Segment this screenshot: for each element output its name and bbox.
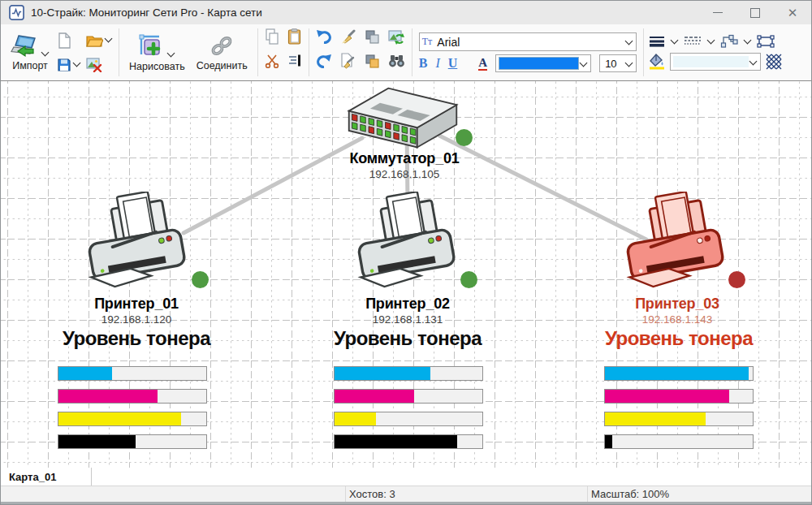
statusbar-scale: Масштаб: 100% (588, 486, 811, 502)
printer1-node-icon[interactable] (82, 192, 192, 297)
status-bar: Хостов: 3 Масштаб: 100% (1, 486, 811, 502)
new-map-button[interactable] (57, 32, 81, 49)
toolbar-separator (309, 28, 309, 76)
send-backward-button[interactable] (365, 54, 380, 72)
font-color-select[interactable] (495, 54, 591, 72)
font-tt-icon: Tт (422, 36, 433, 48)
app-window: 10-Страйк: Мониторинг Сети Pro - Карта с… (0, 0, 812, 505)
window-bottom-edge (1, 502, 811, 505)
printer3-name-label[interactable]: Принтер_03 (580, 296, 775, 313)
connect-button[interactable]: Соединить (192, 32, 252, 73)
switch-status-dot (456, 129, 473, 146)
draw-dropdown-chevron[interactable] (167, 49, 175, 57)
copy-icon (265, 28, 279, 45)
cut-scissors-icon (265, 54, 279, 68)
title-bar: 10-Страйк: Мониторинг Сети Pro - Карта с… (1, 1, 811, 24)
italic-button[interactable]: I (435, 57, 439, 70)
clear-style-button[interactable] (340, 29, 356, 48)
arrange-lines-icon (287, 54, 302, 68)
undo-button[interactable] (316, 29, 332, 48)
fill-color-swatch (673, 56, 749, 67)
font-size-chevron[interactable] (625, 58, 633, 67)
maximize-button[interactable] (736, 1, 774, 24)
printer1-ip-label: 192.168.1.120 (39, 313, 234, 326)
font-family-chevron[interactable] (624, 37, 633, 45)
toner-bar-yellow (58, 412, 207, 426)
bring-forward-button[interactable] (365, 29, 380, 48)
map-tab-bar: Карта_01 (1, 468, 811, 486)
bold-button[interactable]: B (419, 57, 428, 70)
draw-icon (138, 33, 164, 59)
toolbar-separator (257, 28, 258, 76)
printer3-ip-label: 192.168.1.143 (580, 313, 775, 326)
fill-color-select[interactable] (670, 53, 761, 71)
printer1-name-label[interactable]: Принтер_01 (39, 296, 234, 313)
font-family-value: Arial (432, 36, 624, 49)
line-width-icon[interactable] (649, 36, 665, 47)
hatch-pattern-icon[interactable] (766, 54, 782, 70)
fill-bucket-icon[interactable] (649, 54, 665, 70)
copy-button[interactable] (265, 28, 279, 48)
line-style-icon[interactable] (684, 36, 702, 47)
printer1-status-dot (192, 271, 209, 288)
app-logo-icon (9, 5, 24, 20)
open-folder-icon (86, 33, 103, 48)
printer2-name-label[interactable]: Принтер_02 (310, 296, 505, 313)
bring-forward-icon (365, 29, 380, 45)
statusbar-hosts: Хостов: 3 (346, 486, 588, 502)
printer2-toner-title: Уровень тонера (302, 327, 513, 350)
line-style-chevron[interactable] (707, 36, 715, 44)
redo-button[interactable] (316, 54, 332, 72)
import-button-label: Импорт (12, 60, 48, 71)
toner-bar-cyan (334, 366, 483, 381)
toner-bar-yellow (604, 412, 754, 426)
open-dropdown-chevron[interactable] (105, 35, 113, 43)
refresh-map-button[interactable] (388, 29, 404, 48)
delete-map-button[interactable] (86, 58, 113, 72)
page-brush-icon (340, 53, 356, 69)
copy-style-button[interactable] (340, 53, 356, 72)
import-dropdown-chevron[interactable] (41, 48, 50, 56)
close-button[interactable]: ✕ (774, 1, 811, 24)
printer2-node-icon[interactable] (352, 192, 461, 297)
connector-type-icon[interactable] (720, 34, 738, 49)
window-title: 10-Страйк: Мониторинг Сети Pro - Карта с… (31, 6, 699, 19)
fill-color-chevron[interactable] (749, 57, 758, 65)
font-size-select[interactable]: 10 (599, 54, 637, 72)
printer3-toner-title: Уровень тонера (573, 327, 784, 350)
delete-map-icon (86, 58, 102, 72)
save-floppy-icon (57, 58, 71, 72)
save-map-button[interactable] (57, 58, 81, 72)
import-laptop-icon (11, 34, 38, 58)
printer3-node-icon[interactable] (620, 192, 730, 297)
import-button[interactable]: Импорт (6, 32, 54, 73)
font-family-select[interactable]: Tт Arial (419, 32, 637, 51)
underline-button[interactable]: U (448, 57, 458, 70)
toolbar: Импорт (1, 24, 811, 81)
binoculars-icon (388, 54, 405, 68)
font-color-chevron[interactable] (580, 58, 588, 67)
cut-button[interactable] (265, 54, 279, 71)
toolbar-separator (119, 28, 119, 76)
line-width-chevron[interactable] (671, 36, 679, 44)
redo-icon (316, 54, 332, 69)
paste-button[interactable] (287, 28, 301, 48)
switch-name-label[interactable]: Коммутатор_01 (307, 150, 502, 167)
send-backward-icon (365, 54, 380, 69)
printer2-ip-label: 192.168.1.131 (310, 313, 505, 326)
map-canvas[interactable]: Коммутатор_01 192.168.1.105 Принтер_01 1… (1, 81, 811, 468)
minimize-button[interactable] (699, 1, 736, 24)
tab-map-01[interactable]: Карта_01 (1, 468, 92, 486)
arrange-button[interactable] (287, 54, 302, 71)
open-map-button[interactable] (86, 33, 113, 48)
toner-bar-yellow (334, 412, 483, 426)
frame-icon[interactable] (757, 35, 775, 48)
switch-node-icon[interactable] (346, 83, 460, 154)
find-button[interactable] (388, 54, 405, 71)
toner-bar-black (58, 434, 207, 449)
connector-type-chevron[interactable] (744, 36, 752, 44)
font-color-button[interactable]: A (478, 56, 487, 71)
save-dropdown-chevron[interactable] (73, 59, 81, 67)
toolbar-separator (643, 28, 644, 76)
draw-button[interactable]: Нарисовать (125, 32, 189, 74)
